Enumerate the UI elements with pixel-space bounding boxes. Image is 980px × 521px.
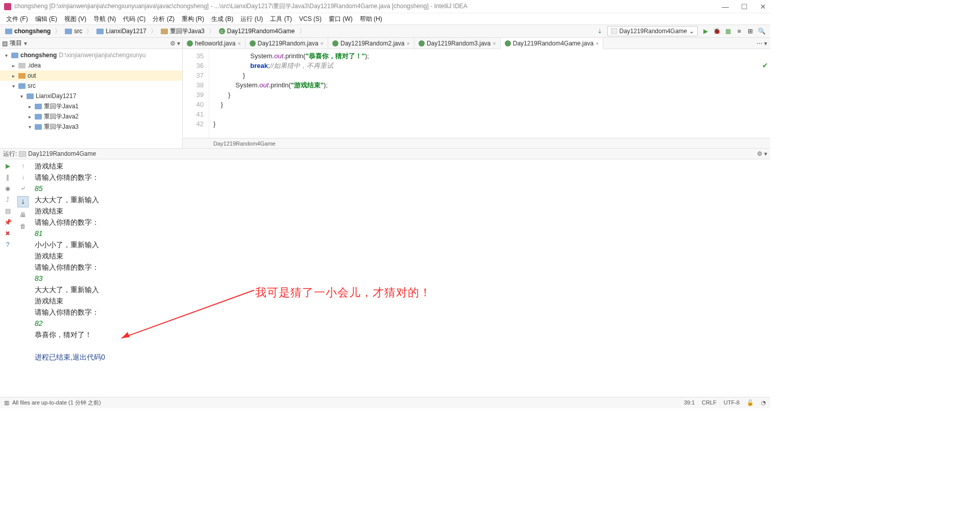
project-toolwindow-header[interactable]: ▤ 项目 ▾ ⚙ ▾ [0,38,182,49]
run-toolwindow: ▶ ‖ ◉ ⤴ ▤ 📌 ✖ ? ↑ ↓ ⤶ ⤓ 🖶 🗑 游戏结束请输入你猜的数字… [0,159,770,390]
tab-close-icon[interactable]: × [406,40,409,46]
camera-icon[interactable]: ◉ [5,185,10,192]
project-label: 项目 [10,39,22,48]
search-icon[interactable]: 🔍 [758,28,765,35]
editor-tab[interactable]: Day1219Random2.java× [328,38,414,49]
editor-tab[interactable]: Day1219Random.java× [246,38,328,49]
tree-row[interactable]: ▸out [0,70,182,81]
up-icon[interactable]: ↑ [21,162,24,170]
trash-icon[interactable]: 🗑 [20,223,26,230]
coverage-icon[interactable]: ▦ [724,28,731,35]
menu-code[interactable]: 代码 (C) [120,14,149,25]
tab-close-icon[interactable]: × [237,40,240,46]
menu-run[interactable]: 运行 (U) [237,14,266,25]
menu-refactor[interactable]: 重构 (R) [179,14,207,25]
pin-icon[interactable]: 📌 [4,219,12,226]
debug-icon[interactable]: 🐞 [713,28,720,35]
tree-row[interactable]: ▸.idea [0,60,182,70]
chevron-down-icon: ⌄ [689,28,694,35]
svg-marker-1 [121,332,130,338]
run-toolbar-left: ▶ ‖ ◉ ⤴ ▤ 📌 ✖ ? [0,159,15,390]
tree-row[interactable]: ▸重回学Java1 [0,101,182,111]
console-output[interactable]: 游戏结束请输入你猜的数字：85大大大了，重新输入游戏结束请输入你猜的数字：81小… [31,159,770,390]
structure-icon[interactable]: ⊞ [747,28,754,35]
menu-tools[interactable]: 工具 (T) [267,14,295,25]
pause-icon[interactable]: ‖ [6,174,9,181]
tabs-more-icon[interactable]: ⋯ ▾ [753,38,770,49]
lock-icon[interactable]: 🔓 [747,399,754,406]
maximize-icon[interactable]: ☐ [741,3,748,11]
menu-nav[interactable]: 导航 (N) [90,14,119,25]
menu-build[interactable]: 生成 (B) [208,14,236,25]
menu-view[interactable]: 视图 (V) [61,14,89,25]
gear-icon[interactable]: ⚙ ▾ [170,40,180,47]
chevron-down-icon[interactable]: ▾ [24,40,27,47]
menu-edit[interactable]: 编辑 (E) [32,14,60,25]
print-icon[interactable]: 🖶 [20,211,26,219]
menu-vcs[interactable]: VCS (S) [296,14,325,23]
editor-tab[interactable]: helloworld.java× [183,38,246,49]
build-icon[interactable]: ⇣ [596,28,603,35]
tree-row[interactable]: ▸重回学Java2 [0,111,182,122]
app-icon [4,3,11,10]
annotation-arrow [116,287,259,343]
tree-row[interactable]: ▾chongshengD:\xinjianwenjianjia\chengxun… [0,50,182,60]
run-icon[interactable]: ▶ [702,28,709,35]
caret-position[interactable]: 39:1 [684,399,695,406]
run-config-combo[interactable]: Day1219Random4Game ⌄ [607,26,698,36]
bc-src[interactable]: src [62,26,85,37]
run-name: Day1219Random4Game [28,150,96,157]
encoding[interactable]: UTF-8 [724,399,740,406]
navigation-bar: chongsheng〉 src〉 LianxiDay1217〉 重回学Java3… [0,25,770,38]
bc-class[interactable]: CDay1219Random4Game [216,26,298,37]
gear-icon[interactable]: ⚙ ▾ [757,150,767,157]
exit-icon[interactable]: ⤴ [6,196,9,203]
editor-tabs: helloworld.java×Day1219Random.java×Day12… [183,38,770,49]
status-sync-icon[interactable]: ▥ [4,399,9,406]
editor-area: helloworld.java×Day1219Random.java×Day12… [183,38,770,148]
editor-breadcrumb[interactable]: Day1219Random4Game [183,138,770,148]
menu-analyze[interactable]: 分析 (Z) [150,14,178,25]
tree-row[interactable]: ▾LianxiDay1217 [0,91,182,101]
editor-tab[interactable]: Day1219Random3.java× [414,38,501,49]
breadcrumb: chongsheng〉 src〉 LianxiDay1217〉 重回学Java3… [2,26,306,37]
annotation-text: 我可是猜了一小会儿，才猜对的！ [255,285,431,300]
close-tab-icon[interactable]: ✖ [5,230,10,237]
layout-icon[interactable]: ▤ [5,207,11,215]
run-toolwindow-header[interactable]: 运行: Day1219Random4Game ⚙ ▾ [0,148,770,159]
rerun-icon[interactable]: ▶ [6,162,10,170]
project-icon: ▤ [2,40,8,47]
status-bar: ▥ All files are up-to-date (1 分钟 之前) 39:… [0,397,770,408]
line-separator[interactable]: CRLF [702,399,717,406]
down-icon[interactable]: ↓ [21,174,24,181]
tree-row[interactable]: ▾src [0,81,182,91]
bc-pkg2[interactable]: 重回学Java3 [158,26,208,37]
scroll-to-end-icon[interactable]: ⤓ [17,196,29,207]
run-config-label: Day1219Random4Game [619,28,687,35]
help-icon[interactable]: ? [6,241,10,248]
menu-file[interactable]: 文件 (F) [3,14,31,25]
tab-close-icon[interactable]: × [493,40,496,46]
run-config-icon [19,151,26,157]
memory-indicator[interactable]: ◔ [761,399,766,406]
wrap-icon[interactable]: ⤶ [20,185,26,192]
minimize-icon[interactable]: — [722,3,729,11]
title-bar: chongsheng [D:\xinjianwenjianjia\chengxu… [0,0,770,13]
run-toolbar-right: ↑ ↓ ⤶ ⤓ 🖶 🗑 [15,159,31,390]
stop-icon[interactable]: ■ [736,28,743,35]
project-tree[interactable]: ▾chongshengD:\xinjianwenjianjia\chengxun… [0,49,182,133]
window-title: chongsheng [D:\xinjianwenjianjia\chengxu… [14,2,468,11]
bc-project[interactable]: chongsheng [2,26,54,37]
tree-row[interactable]: ▾重回学Java3 [0,122,182,132]
editor-tab[interactable]: Day1219Random4Game.java× [501,38,604,49]
gutter: 3536373839404142 [183,49,209,138]
bc-pkg1[interactable]: LianxiDay1217 [93,26,149,37]
tab-close-icon[interactable]: × [321,40,324,46]
menu-window[interactable]: 窗口 (W) [326,14,356,25]
menu-help[interactable]: 帮助 (H) [357,14,385,25]
code-editor[interactable]: ✔ 3536373839404142 System.out.println("恭… [183,49,770,138]
close-icon[interactable]: ✕ [760,3,766,11]
code-content[interactable]: System.out.println("恭喜你，猜对了！"); break;//… [209,49,770,138]
tab-close-icon[interactable]: × [596,40,599,46]
project-sidebar: ▤ 项目 ▾ ⚙ ▾ ▾chongshengD:\xinjianwenjianj… [0,38,183,148]
